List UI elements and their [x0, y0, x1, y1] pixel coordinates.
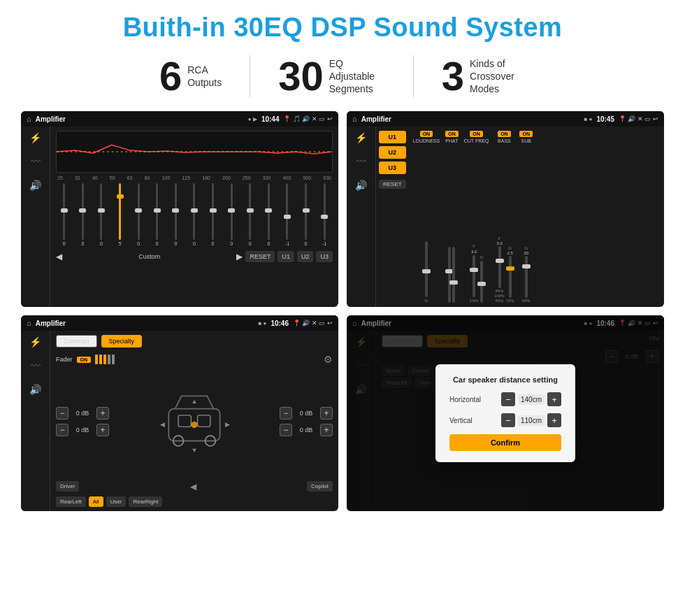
eq-slider-13[interactable]: -1 [279, 183, 296, 246]
dialog-vertical-minus[interactable]: − [501, 413, 515, 427]
media-icons-3: ■ ● [259, 320, 267, 327]
cutfreq-on[interactable]: ON [470, 131, 483, 137]
eq-slider-4[interactable]: 5 [112, 183, 129, 246]
amp-reset-btn[interactable]: RESET [379, 180, 406, 189]
rearleft-btn[interactable]: RearLeft [56, 496, 86, 507]
bass-on[interactable]: ON [498, 131, 511, 137]
eq-slider-1[interactable]: 0 [56, 183, 73, 246]
eq-slider-11[interactable]: 0 [242, 183, 259, 246]
svg-text:◀: ◀ [160, 421, 165, 428]
eq-slider-7[interactable]: 0 [168, 183, 185, 246]
eq-slider-10[interactable]: 0 [223, 183, 240, 246]
fader-bar-5 [112, 354, 115, 364]
fader-settings-icon[interactable]: ⚙ [324, 354, 333, 365]
sub-g-label: G [524, 246, 528, 250]
home-icon-1[interactable]: ⌂ [27, 115, 31, 123]
eq-slider-6[interactable]: 0 [149, 183, 166, 246]
eq-slider-12[interactable]: 0 [261, 183, 277, 246]
db-right-1-plus[interactable]: + [320, 407, 333, 420]
eq-icon-wave[interactable]: 〰 [31, 156, 41, 167]
bass-slider-g[interactable] [509, 256, 512, 298]
eq-prev-btn[interactable]: ◀ [56, 252, 62, 262]
fader-sidebar: ⚡ 〰 🔊 [21, 331, 50, 511]
car-nav-icon[interactable]: ◀ [190, 482, 196, 492]
cutfreq-slider-f[interactable] [473, 255, 475, 297]
amp-icon-wave[interactable]: 〰 [356, 156, 366, 167]
eq-slider-5[interactable]: 0 [130, 183, 147, 246]
amp-u1-btn[interactable]: U1 [379, 131, 406, 143]
fader-on-badge[interactable]: ON [77, 357, 92, 363]
home-icon-2[interactable]: ⌂ [352, 115, 357, 123]
amp-u3-btn[interactable]: U3 [379, 162, 406, 174]
copilot-btn[interactable]: Copilot [307, 481, 333, 492]
db-right-2-plus[interactable]: + [320, 424, 333, 436]
phat-on[interactable]: ON [445, 131, 459, 137]
phat-sliders [448, 145, 455, 303]
sub-slider[interactable] [525, 256, 528, 298]
amp-u-buttons: U1 U2 U3 RESET [379, 131, 406, 303]
amp-icon-speaker[interactable]: 🔊 [355, 180, 367, 191]
loudness-label: LOUDNESS [413, 138, 440, 143]
fader-tab-common[interactable]: Common [56, 335, 97, 348]
fader-top-row: Common Specialty [56, 335, 333, 348]
phat-slider-1[interactable] [448, 247, 451, 303]
eq-slider-3[interactable]: 0 [93, 183, 110, 246]
home-icon-3[interactable]: ⌂ [27, 319, 31, 327]
sub-on[interactable]: ON [519, 131, 533, 137]
fader-icon-1[interactable]: ⚡ [29, 336, 41, 348]
fader-db-car-area: − 0 dB + − 0 dB + [56, 368, 333, 475]
eq-reset-btn[interactable]: RESET [245, 251, 275, 262]
fader-icon-3[interactable]: 🔊 [29, 384, 41, 395]
rearright-btn[interactable]: RearRight [129, 496, 162, 507]
phat-slider-2[interactable] [452, 247, 455, 303]
loudness-slider[interactable] [425, 241, 428, 297]
dialog-confirm-button[interactable]: Confirm [449, 434, 561, 451]
eq-u1-btn[interactable]: U1 [277, 251, 294, 262]
cutfreq-label: CUT FREQ [464, 138, 489, 143]
cutfreq-slider-g[interactable] [480, 261, 483, 303]
loudness-freq: G [425, 299, 428, 303]
dialog-horizontal-minus[interactable]: − [501, 392, 515, 406]
eq-slider-9[interactable]: 0 [205, 183, 222, 246]
fader-tab-specialty[interactable]: Specialty [101, 335, 143, 348]
bass-g-label: G [508, 246, 512, 250]
eq-slider-14[interactable]: 0 [298, 183, 315, 246]
dialog-horizontal-plus[interactable]: + [547, 392, 561, 406]
eq-slider-15[interactable]: -1 [316, 183, 333, 246]
bass-g-val: 2.5 [507, 251, 512, 255]
db-right-controls: − 0 dB + − 0 dB + [280, 368, 333, 475]
db-left-1-value: 0 dB [73, 410, 92, 417]
all-btn[interactable]: All [89, 496, 103, 507]
eq-content: ⚡ 〰 🔊 2532405063801001251602002503204005… [21, 127, 338, 307]
stat-number-eq: 30 [278, 56, 324, 96]
user-btn[interactable]: User [106, 496, 127, 507]
db-right-2-minus[interactable]: − [280, 424, 292, 436]
bass-col-f: F 3.0 90Hz 100Hz 80Hz [494, 236, 504, 303]
amp-icon-active[interactable]: ⚡ [355, 132, 367, 143]
eq-icon-active[interactable]: ⚡ [29, 132, 41, 143]
dialog-horizontal-label: Horizontal [449, 396, 488, 403]
db-left-2-minus[interactable]: − [56, 424, 68, 436]
svg-text:▶: ▶ [225, 421, 230, 428]
db-right-1-minus[interactable]: − [280, 407, 292, 420]
amp-u2-btn[interactable]: U2 [379, 146, 406, 159]
eq-u2-btn[interactable]: U2 [297, 251, 314, 262]
driver-btn[interactable]: Driver [56, 481, 79, 492]
fader-icon-2[interactable]: 〰 [31, 360, 41, 371]
eq-slider-2[interactable]: 0 [75, 183, 92, 246]
loudness-on[interactable]: ON [420, 131, 433, 137]
db-left-1-minus[interactable]: − [56, 407, 68, 420]
db-left-2-plus[interactable]: + [96, 424, 109, 436]
stat-crossover: 3 Kinds ofCrossover Modes [414, 56, 554, 96]
panel-fader: ⌂ Amplifier ■ ● 10:46 📍 🔊 ✕ ▭ ↩ ⚡ 〰 🔊 Co… [21, 315, 338, 511]
stat-number-rca: 6 [159, 56, 182, 96]
svg-rect-3 [178, 415, 191, 427]
db-left-1-plus[interactable]: + [96, 407, 109, 420]
fader-tabs: Common Specialty [56, 335, 142, 348]
eq-u3-btn[interactable]: U3 [316, 251, 333, 262]
eq-slider-8[interactable]: 0 [186, 183, 203, 246]
eq-icon-speaker[interactable]: 🔊 [29, 180, 41, 191]
eq-next-btn[interactable]: ▶ [236, 252, 243, 262]
dialog-vertical-plus[interactable]: + [547, 413, 561, 427]
bass-slider-f[interactable] [498, 246, 501, 288]
